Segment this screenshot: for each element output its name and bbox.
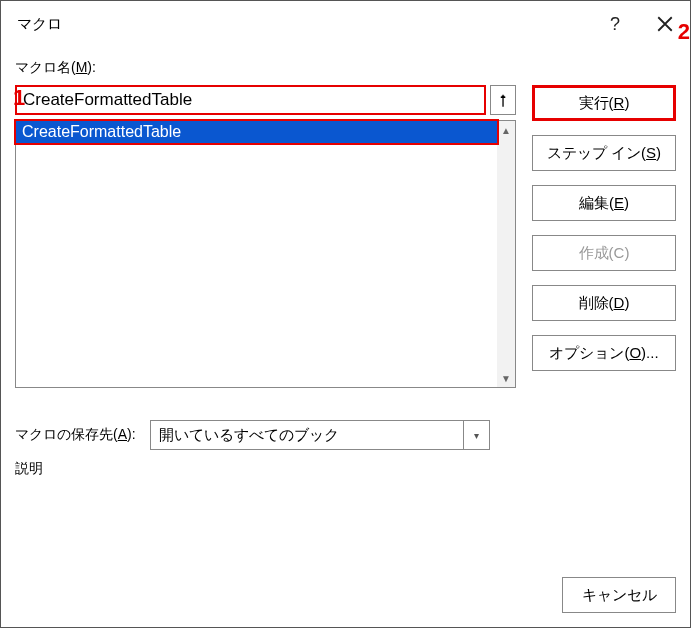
accelerator-key: A — [118, 426, 127, 442]
options-button[interactable]: オプション(O)... — [532, 335, 676, 371]
delete-button[interactable]: 削除(D) — [532, 285, 676, 321]
edit-button[interactable]: 編集(E) — [532, 185, 676, 221]
button-label: ) — [624, 294, 629, 311]
macro-name-label: マクロ名(M): — [15, 59, 676, 77]
storage-select[interactable]: 開いているすべてのブック ▾ — [150, 420, 490, 450]
button-label: 編集( — [579, 194, 614, 211]
step-in-button[interactable]: ステップ イン(S) — [532, 135, 676, 171]
titlebar: マクロ ? — [1, 1, 690, 47]
cancel-button[interactable]: キャンセル — [562, 577, 676, 613]
button-label: 削除( — [579, 294, 614, 311]
description-label: 説明 — [15, 460, 676, 478]
storage-label: マクロの保存先(A): — [15, 426, 136, 444]
label-text: マクロの保存先( — [15, 426, 118, 442]
close-button[interactable] — [640, 1, 690, 47]
accelerator-key: E — [614, 194, 624, 211]
scroll-up-icon[interactable]: ▲ — [497, 121, 515, 139]
close-icon — [656, 15, 674, 33]
accelerator-key: O — [629, 344, 641, 361]
accelerator-key: S — [646, 144, 656, 161]
button-label: 実行( — [579, 94, 614, 111]
button-label: 作成( — [579, 244, 614, 261]
storage-select-value: 開いているすべてのブック — [151, 421, 463, 449]
accelerator-key: M — [76, 59, 88, 75]
button-label: ) — [656, 144, 661, 161]
button-label: )... — [641, 344, 659, 361]
accelerator-key: C — [614, 244, 625, 261]
dialog-content: マクロ名(M): 1 ⭡ CreateFormattedTable ▲ — [1, 47, 690, 577]
run-button[interactable]: 実行(R) — [532, 85, 676, 121]
button-label: ) — [624, 244, 629, 261]
scrollbar[interactable]: ▲ ▼ — [497, 121, 515, 387]
accelerator-key: D — [614, 294, 625, 311]
button-label: ステップ イン( — [547, 144, 646, 161]
button-label: ) — [624, 194, 629, 211]
scroll-track[interactable] — [497, 139, 515, 369]
label-text: ): — [87, 59, 96, 75]
collapse-dialog-button[interactable]: ⭡ — [490, 85, 516, 115]
up-arrow-icon: ⭡ — [497, 93, 510, 108]
macro-name-input[interactable] — [15, 85, 486, 115]
dialog-footer: キャンセル — [1, 577, 690, 627]
scroll-down-icon[interactable]: ▼ — [497, 369, 515, 387]
label-text: マクロ名( — [15, 59, 76, 75]
list-item[interactable]: CreateFormattedTable — [16, 121, 497, 143]
macro-listbox[interactable]: CreateFormattedTable — [16, 121, 497, 387]
dialog-title: マクロ — [17, 15, 590, 34]
macro-listbox-container: CreateFormattedTable ▲ ▼ — [15, 120, 516, 388]
label-text: ): — [127, 426, 136, 442]
button-label: ) — [624, 94, 629, 111]
button-label: オプション( — [549, 344, 629, 361]
macro-dialog: マクロ ? マクロ名(M): 1 ⭡ CreateFormattedTable — [0, 0, 691, 628]
accelerator-key: R — [614, 94, 625, 111]
create-button: 作成(C) — [532, 235, 676, 271]
help-button[interactable]: ? — [590, 1, 640, 47]
chevron-down-icon: ▾ — [463, 421, 489, 449]
